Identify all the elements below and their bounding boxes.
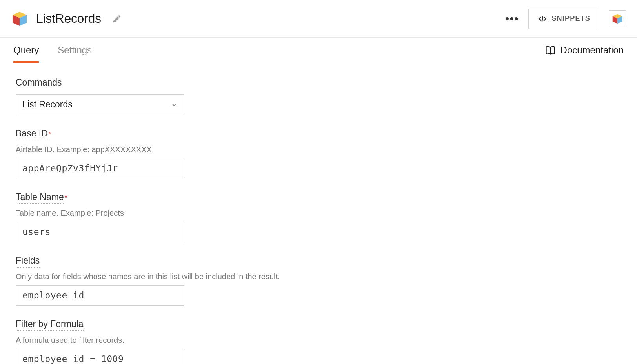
header-left: ListRecords (11, 10, 122, 27)
table-name-input[interactable] (16, 222, 184, 242)
book-icon (545, 45, 556, 56)
field-fields: Fields Only data for fields whose names … (16, 255, 621, 306)
documentation-label: Documentation (561, 45, 624, 56)
fields-hint: Only data for fields whose names are in … (16, 272, 621, 281)
documentation-link[interactable]: Documentation (545, 45, 624, 56)
commands-label: Commands (16, 77, 62, 88)
code-icon (537, 14, 548, 24)
fields-input[interactable] (16, 285, 184, 306)
tab-query[interactable]: Query (13, 38, 39, 63)
header-right: ••• SNIPPETS (505, 9, 626, 29)
required-marker: * (65, 195, 67, 201)
fields-label: Fields (16, 255, 40, 268)
chevron-down-icon (171, 101, 178, 108)
tabs: Query Settings (13, 38, 92, 63)
header: ListRecords ••• SNIPPETS (0, 0, 637, 38)
app-logo-icon (11, 10, 28, 27)
base-id-input[interactable] (16, 158, 184, 178)
snippets-label: SNIPPETS (551, 15, 590, 23)
table-name-hint: Table name. Example: Projects (16, 209, 621, 218)
form-area: Commands List Records Base ID* Airtable … (0, 63, 637, 364)
snippets-button[interactable]: SNIPPETS (528, 9, 599, 29)
field-commands: Commands List Records (16, 77, 621, 115)
commands-select[interactable]: List Records (16, 94, 184, 115)
more-menu-icon[interactable]: ••• (505, 13, 519, 25)
page-title: ListRecords (36, 11, 101, 26)
edit-icon[interactable] (112, 14, 122, 24)
base-id-hint: Airtable ID. Example: appXXXXXXXXX (16, 145, 621, 154)
tabs-row: Query Settings Documentation (0, 38, 637, 63)
table-name-label: Table Name (16, 192, 64, 204)
filter-formula-hint: A formula used to filter records. (16, 336, 621, 345)
tab-settings[interactable]: Settings (58, 38, 92, 63)
commands-value: List Records (22, 99, 73, 110)
required-marker: * (49, 131, 51, 138)
base-id-label: Base ID (16, 128, 48, 140)
filter-formula-input[interactable] (16, 349, 184, 364)
field-filter-formula: Filter by Formula A formula used to filt… (16, 319, 621, 364)
app-logo-icon-small (612, 13, 623, 25)
field-table-name: Table Name* Table name. Example: Project… (16, 192, 621, 242)
field-base-id: Base ID* Airtable ID. Example: appXXXXXX… (16, 128, 621, 178)
filter-formula-label: Filter by Formula (16, 319, 84, 331)
secondary-app-button[interactable] (609, 10, 626, 27)
